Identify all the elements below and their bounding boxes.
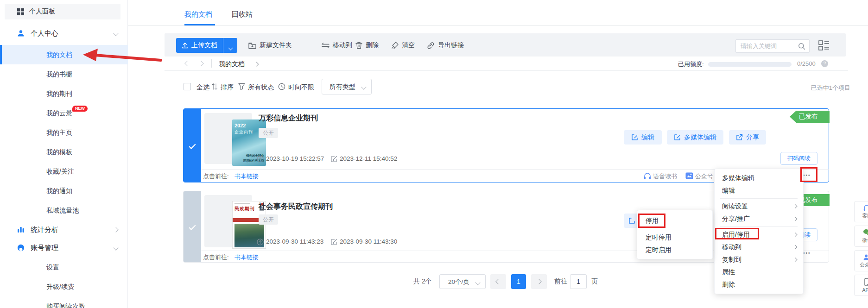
sort-label[interactable]: 排序 — [221, 83, 234, 92]
upload-dropdown-toggle[interactable] — [223, 42, 237, 50]
sidebar-group-statistics[interactable]: 统计分析 — [0, 221, 128, 238]
chevron-right-icon — [793, 217, 798, 221]
float-label: 公众号 — [860, 262, 868, 268]
upload-document-button[interactable]: 上传文档 — [176, 38, 237, 53]
edit-pencil-icon — [674, 134, 681, 141]
new-badge: NEW — [72, 106, 88, 112]
type-filter-value: 所有类型 — [329, 83, 355, 91]
float-official-account[interactable]: 公众号 — [854, 250, 868, 271]
doc1-title[interactable]: 万彩信息企业期刊 — [259, 113, 318, 123]
menu-item-read-settings[interactable]: 阅读设置 — [715, 200, 803, 213]
filter-funnel-icon[interactable] — [238, 83, 245, 90]
sidebar-item-settings[interactable]: 设置 — [0, 258, 128, 277]
doc2-thumbnail[interactable]: 民政期刊 — [204, 195, 252, 247]
next-page-button[interactable] — [531, 274, 547, 289]
sidebar-item-my-cloudview[interactable]: 我的云景NEW — [0, 103, 128, 123]
type-filter-select[interactable]: 所有类型 — [322, 79, 372, 94]
chevron-down-icon — [475, 280, 480, 285]
select-all-checkbox[interactable] — [184, 83, 191, 90]
tab-recycle-bin[interactable]: 回收站 — [232, 10, 253, 19]
sidebar-group-personal-center[interactable]: 个人中心 — [0, 25, 128, 42]
menu-item-edit[interactable]: 编辑 — [715, 184, 803, 197]
doc2-more-button[interactable]: ••• — [803, 251, 811, 256]
doc1-book-link[interactable]: 书本链接 — [234, 172, 259, 181]
time-unlimited-label[interactable]: 时间不限 — [288, 83, 314, 92]
media-edit-label: 多媒体编辑 — [684, 133, 716, 142]
submenu-item-scheduled-enable[interactable]: 定时启用 — [637, 244, 712, 256]
doc2-book-link[interactable]: 书本链接 — [234, 253, 259, 262]
edit-pencil-icon — [631, 134, 638, 141]
doc1-thumbnail[interactable]: 2022 企业内刊 领先的全球化应用软件开发商 — [204, 113, 252, 164]
sidebar-item-upgrade-renew[interactable]: 升级/续费 — [0, 277, 128, 296]
current-page-button[interactable]: 1 — [511, 274, 526, 289]
sidebar-item-my-notifications[interactable]: 我的通知 — [0, 181, 128, 201]
menu-item-properties[interactable]: 属性 — [715, 266, 803, 278]
nav-forward-icon[interactable] — [198, 61, 203, 66]
doc1-selected-checkbox[interactable] — [184, 109, 201, 182]
move-to-button[interactable]: 移动到 — [322, 38, 352, 53]
menu-item-move-to[interactable]: 移动到 — [715, 241, 803, 253]
sidebar-item-label: 我的模板 — [46, 148, 72, 156]
submenu-item-scheduled-disable[interactable]: 定时停用 — [637, 231, 712, 244]
doc1-updated-time: 2023-12-11 15:40:52 — [340, 155, 397, 162]
sidebar-item-private-traffic-pool[interactable]: 私域流量池 — [0, 201, 128, 220]
search-icon[interactable] — [798, 43, 805, 50]
view-toggle-icon[interactable] — [818, 40, 830, 50]
sidebar-item-favorites[interactable]: 收藏/关注 — [0, 162, 128, 181]
sidebar-item-my-templates[interactable]: 我的模板 — [0, 142, 128, 162]
sidebar-item-label: 升级/续费 — [46, 283, 74, 290]
menu-item-delete[interactable]: 删除 — [715, 278, 803, 291]
submenu-item-disable[interactable]: 停用 — [637, 213, 712, 228]
goto-page-input[interactable] — [570, 274, 587, 289]
delete-button[interactable]: 删除 — [355, 38, 379, 53]
doc1-scan-read-button[interactable]: 扫码阅读 — [780, 152, 817, 165]
sidebar-item-buy-reads[interactable]: 购买阅读次数 — [0, 296, 128, 308]
float-label: 微信 — [862, 237, 868, 244]
help-icon[interactable]: ? — [821, 60, 828, 67]
menu-item-media-edit[interactable]: 多媒体编辑 — [715, 172, 803, 184]
breadcrumb[interactable]: 我的文档 — [219, 60, 245, 69]
doc1-status-ribbon: 已发布 — [790, 111, 830, 123]
float-customer-service[interactable]: 客服 — [854, 201, 868, 222]
doc1-wechat-label[interactable]: 公众号 — [695, 172, 713, 181]
sort-icon[interactable] — [211, 83, 218, 90]
nav-back-icon[interactable] — [184, 61, 190, 66]
quota-label: 已用额度: — [678, 60, 704, 69]
menu-item-copy-to[interactable]: 复制到 — [715, 253, 803, 266]
clear-button[interactable]: 清空 — [391, 38, 415, 53]
select-all-label[interactable]: 全选 — [196, 83, 209, 92]
sidebar-item-label: 我的通知 — [46, 187, 72, 195]
chevron-left-icon — [495, 279, 501, 284]
per-page-select[interactable]: 20个/页 — [439, 274, 486, 289]
float-wechat[interactable]: 微信 — [854, 226, 868, 247]
people-icon — [863, 254, 868, 261]
sidebar-item-my-homepage[interactable]: 我的主页 — [0, 123, 128, 142]
sidebar-item-my-journals[interactable]: 我的期刊 — [0, 84, 128, 103]
doc1-share-button[interactable]: 分享 — [729, 130, 766, 145]
search-input[interactable] — [741, 40, 795, 52]
all-status-label[interactable]: 所有状态 — [248, 83, 274, 92]
doc2-title[interactable]: 社会事务民政宣传期刊 — [259, 202, 333, 212]
sidebar-item-my-documents[interactable]: 我的文档 — [0, 45, 128, 64]
menu-item-enable-disable[interactable]: 启用/停用 — [715, 228, 803, 241]
sidebar-item-label: 我的主页 — [46, 129, 72, 136]
new-folder-button[interactable]: 新建文件夹 — [248, 38, 292, 53]
context-menu: 多媒体编辑 编辑 阅读设置 分享/推广 启用/停用 移动到 复制到 属性 删除 — [714, 169, 804, 294]
float-app[interactable]: APP — [854, 275, 868, 296]
doc1-media-edit-button[interactable]: 多媒体编辑 — [667, 130, 723, 145]
doc1-more-button[interactable]: ••• — [803, 173, 811, 178]
prev-page-button[interactable] — [490, 274, 506, 289]
sidebar-item-label: 我的云景 — [46, 109, 72, 117]
export-link-button[interactable]: 导出链接 — [427, 38, 464, 53]
doc1-edit-button[interactable]: 编辑 — [624, 130, 662, 145]
clock-icon[interactable] — [278, 83, 285, 90]
tab-my-documents[interactable]: 我的文档 — [184, 10, 212, 19]
menu-item-share-promote[interactable]: 分享/推广 — [715, 213, 803, 225]
sidebar-group-account[interactable]: 账号管理 — [0, 239, 128, 256]
sidebar-item-my-bookshelf[interactable]: 我的书橱 — [0, 64, 128, 84]
doc1-voice-read-label[interactable]: 语音读书 — [653, 172, 677, 181]
sidebar-item-dashboard[interactable]: 个人面板 — [5, 4, 120, 19]
float-label: APP — [862, 287, 868, 293]
doc2-checkbox-strip[interactable] — [184, 191, 201, 262]
voice-read-icon — [644, 173, 651, 179]
